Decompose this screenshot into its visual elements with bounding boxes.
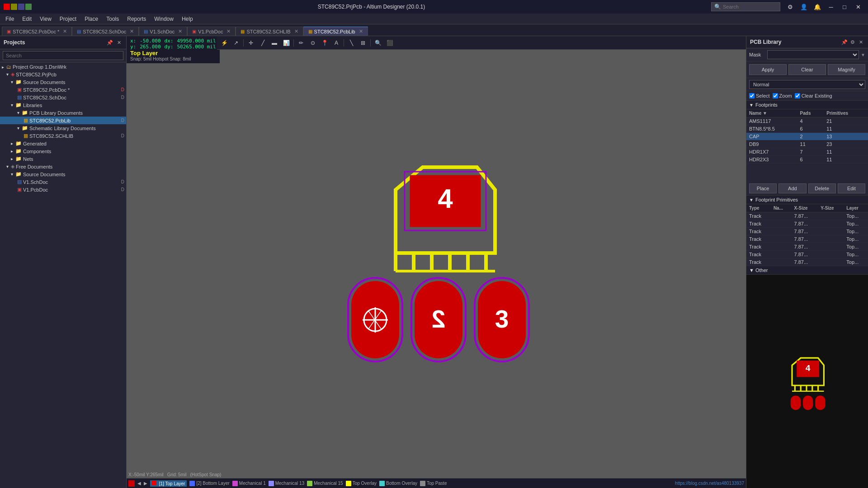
menu-tools[interactable]: Tools bbox=[103, 15, 123, 23]
tree-free-docs[interactable]: ▾ ◈ Free Documents bbox=[0, 163, 126, 170]
edit-button[interactable]: Edit bbox=[838, 183, 865, 193]
tree-schdoc-file[interactable]: ▤ STC89C52.SchDoc D bbox=[0, 94, 126, 101]
pcb-canvas[interactable]: 4 bbox=[127, 50, 746, 474]
tree-schlib-file[interactable]: ▦ STC89C52.SCHLIB D bbox=[0, 132, 126, 140]
tree-pcbdoc-file[interactable]: ▣ STC89C52.PcbDoc * D bbox=[0, 86, 126, 94]
delete-button[interactable]: Delete bbox=[808, 183, 836, 193]
fp-primitives-header[interactable]: Primitives bbox=[824, 109, 868, 117]
prim-xsize-header[interactable]: X-Size bbox=[792, 204, 818, 212]
mech15-layer-indicator[interactable]: Mechanical 15 bbox=[307, 481, 343, 486]
rp-settings-button[interactable]: ⚙ bbox=[849, 38, 856, 46]
fp-table-row[interactable]: DB9 11 23 bbox=[746, 141, 868, 148]
zoom-checkbox[interactable] bbox=[773, 93, 778, 99]
mask-select[interactable] bbox=[767, 50, 859, 59]
footprints-list[interactable]: Name ▼ Pads Primitives AMS1117 4 21 BTN8… bbox=[746, 109, 868, 182]
close-button[interactable]: ✕ bbox=[852, 2, 864, 12]
tree-v1-schdoc[interactable]: ▤ V1.SchDoc D bbox=[0, 178, 126, 186]
tab-schdoc1[interactable]: ▤ STC89C52.SchDoc ✕ bbox=[72, 27, 139, 36]
title-search-input[interactable] bbox=[723, 4, 777, 9]
select-checkbox[interactable] bbox=[749, 93, 755, 99]
fp-name-header[interactable]: Name ▼ bbox=[746, 109, 797, 117]
settings-icon[interactable]: ⚙ bbox=[784, 2, 797, 12]
layer-selector-right[interactable]: ▶ bbox=[144, 481, 147, 486]
tree-project-group[interactable]: ▸ 🗂 Project Group 1.DsnWrk bbox=[0, 63, 126, 70]
pin-tool[interactable]: 📍 bbox=[319, 38, 330, 48]
prim-table-row[interactable]: Track 7.87... Top... bbox=[746, 220, 868, 228]
line-tool[interactable]: ╱ bbox=[257, 38, 268, 48]
tree-sch-lib-docs[interactable]: ▾ 📁 Schematic Library Documents bbox=[0, 124, 126, 132]
tree-project-stc89[interactable]: ▾ ◈ STC89C52.PrjPcb bbox=[0, 70, 126, 78]
fp-table-row[interactable]: AMS1117 4 21 bbox=[746, 117, 868, 125]
projects-search-input[interactable] bbox=[3, 51, 123, 60]
apply-button[interactable]: Apply bbox=[749, 64, 787, 75]
zoom-tool[interactable]: 🔍 bbox=[373, 38, 383, 48]
filter-dropdown[interactable]: Normal bbox=[749, 80, 865, 89]
minimize-button[interactable]: ─ bbox=[825, 2, 837, 12]
text-tool[interactable]: A bbox=[331, 38, 342, 48]
tab-schlib[interactable]: ▦ STC89C52.SCHLIB ✕ bbox=[236, 27, 303, 36]
tree-nets[interactable]: ▸ 📁 Nets bbox=[0, 155, 126, 163]
fp-table-row[interactable]: BTN8.5*8.5 6 11 bbox=[746, 125, 868, 133]
fp-table-row[interactable]: HDR1X7 7 11 bbox=[746, 148, 868, 156]
tree-free-source[interactable]: ▾ 📁 Source Documents bbox=[0, 170, 126, 178]
top-paste-indicator[interactable]: Top Paste bbox=[420, 481, 447, 486]
tree-libraries[interactable]: ▾ 📁 Libraries bbox=[0, 101, 126, 109]
tab-pcblib[interactable]: ▦ STC89C52.PcbLib ✕ bbox=[303, 27, 368, 36]
primitives-list[interactable]: Type Na... X-Size Y-Size Layer Track 7.8… bbox=[746, 204, 868, 266]
fp-pads-header[interactable]: Pads bbox=[797, 109, 824, 117]
magnify-button[interactable]: Magnify bbox=[828, 64, 865, 75]
tree-components[interactable]: ▸ 📁 Components bbox=[0, 147, 126, 155]
menu-edit[interactable]: Edit bbox=[19, 15, 35, 23]
measure-tool[interactable]: ⊞ bbox=[358, 38, 368, 48]
prim-name-header[interactable]: Na... bbox=[771, 204, 792, 212]
target-tool[interactable]: ⊙ bbox=[307, 38, 318, 48]
notification-icon[interactable]: 🔔 bbox=[811, 2, 824, 12]
prim-table-row[interactable]: Track 7.87... Top... bbox=[746, 228, 868, 235]
filter-tool[interactable]: ⚡ bbox=[219, 38, 230, 48]
menu-reports[interactable]: Reports bbox=[123, 15, 150, 23]
tree-pcblib-file[interactable]: ▦ STC89C52.PcbLib D bbox=[0, 117, 126, 124]
menu-place[interactable]: Place bbox=[81, 15, 102, 23]
tree-generated[interactable]: ▸ 📁 Generated bbox=[0, 140, 126, 147]
layer-selector-left[interactable]: ◀ bbox=[137, 481, 141, 486]
title-search-box[interactable]: 🔍 bbox=[711, 2, 780, 11]
route-tool[interactable]: ↗ bbox=[231, 38, 241, 48]
prim-layer-header[interactable]: Layer bbox=[844, 204, 868, 212]
prim-ysize-header[interactable]: Y-Size bbox=[818, 204, 844, 212]
tree-pcb-lib-docs[interactable]: ▾ 📁 PCB Library Documents bbox=[0, 109, 126, 117]
active-layer-indicator[interactable]: [1] Top Layer bbox=[150, 480, 187, 487]
menu-help[interactable]: Help bbox=[178, 15, 197, 23]
add-button[interactable]: Add bbox=[778, 183, 806, 193]
tree-source-docs-1[interactable]: ▾ 📁 Source Documents bbox=[0, 78, 126, 86]
pen-tool[interactable]: ✏ bbox=[296, 38, 307, 48]
fp-table-row[interactable]: HDR2X3 6 11 bbox=[746, 156, 868, 164]
mech1-layer-indicator[interactable]: Mechanical 1 bbox=[232, 481, 266, 486]
tab-pcbdoc1[interactable]: ▣ STC89C52.PcbDoc * ✕ bbox=[2, 27, 72, 36]
clear-button[interactable]: Clear bbox=[788, 64, 826, 75]
prim-table-row[interactable]: Track 7.87... Top... bbox=[746, 251, 868, 258]
rp-close-button[interactable]: ✕ bbox=[857, 38, 864, 46]
maximize-button[interactable]: □ bbox=[838, 2, 851, 12]
bottom-layer-indicator[interactable]: [2] Bottom Layer bbox=[189, 481, 229, 486]
menu-project[interactable]: Project bbox=[56, 15, 80, 23]
place-button[interactable]: Place bbox=[749, 183, 777, 193]
prim-table-row[interactable]: Track 7.87... Top... bbox=[746, 258, 868, 266]
chart-tool[interactable]: 📊 bbox=[281, 38, 292, 48]
diagonal-tool[interactable]: ╲ bbox=[346, 38, 357, 48]
prim-table-row[interactable]: Track 7.87... Top... bbox=[746, 235, 868, 243]
menu-window[interactable]: Window bbox=[151, 15, 177, 23]
user-icon[interactable]: 👤 bbox=[797, 2, 810, 12]
prim-type-header[interactable]: Type bbox=[746, 204, 771, 212]
bottom-overlay-indicator[interactable]: Bottom Overlay bbox=[379, 481, 417, 486]
tab-pcbdoc2[interactable]: ▣ V1.PcbDoc ✕ bbox=[187, 27, 236, 36]
canvas-area[interactable]: x: -50.000 dx: 49950.000 mil y: 265.000 … bbox=[127, 36, 746, 488]
prim-table-row[interactable]: Track 7.87... Top... bbox=[746, 212, 868, 220]
menu-file[interactable]: File bbox=[2, 15, 18, 23]
clear-existing-checkbox[interactable] bbox=[795, 93, 800, 99]
panel-pin-button[interactable]: 📌 bbox=[106, 39, 113, 46]
panel-close-button[interactable]: ✕ bbox=[115, 39, 123, 46]
bar-tool[interactable]: ▬ bbox=[269, 38, 280, 48]
menu-view[interactable]: View bbox=[36, 15, 55, 23]
cross-tool[interactable]: ✛ bbox=[245, 38, 256, 48]
top-overlay-indicator[interactable]: Top Overlay bbox=[346, 481, 377, 486]
